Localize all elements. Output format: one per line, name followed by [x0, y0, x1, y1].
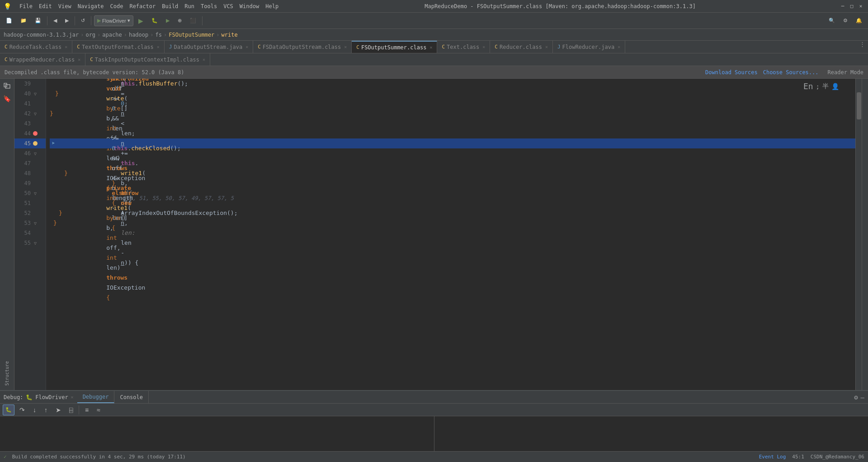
new-file-button[interactable]: 📄 [3, 15, 15, 26]
tab-label-text: Text.class [447, 44, 479, 50]
close-reducetask[interactable]: ✕ [65, 44, 67, 49]
titlebar: 💡 File Edit View Navigate Code Refactor … [0, 0, 868, 13]
close-taskinputoutput[interactable]: ✕ [203, 57, 205, 62]
tab-textoutputformat[interactable]: C TextOutputFormat.class ✕ [72, 41, 165, 53]
breadcrumb-sep-5: › [164, 32, 167, 38]
close-debug-session-icon[interactable]: ✕ [71, 395, 74, 400]
decompile-links[interactable]: Download Sources Choose Sources... [705, 69, 818, 76]
structure-label[interactable]: Structure [4, 358, 10, 388]
run-to-cursor-button[interactable]: ➤ [52, 405, 64, 415]
close-wrappedreducer[interactable]: ✕ [78, 57, 80, 62]
main-editor-area: 39 40 ▽ 41 42 ▽ [14, 79, 862, 390]
threads-button[interactable]: ≈ [94, 405, 104, 415]
tab-label-taskinputoutput: TaskInputOutputContextImpl.class [95, 57, 199, 63]
breadcrumb-hadoop[interactable]: hadoop [129, 32, 148, 38]
open-button[interactable]: 📁 [17, 15, 30, 26]
sidebar-project-icon[interactable] [2, 81, 13, 91]
close-fsoutputsummer[interactable]: ✕ [429, 45, 432, 50]
update-button[interactable]: 🔔 [853, 15, 865, 26]
event-log-link[interactable]: Event Log [759, 454, 786, 460]
tab-fsdataoutputstream[interactable]: C FSDataOutputStream.class ✕ [253, 41, 352, 53]
frames-button[interactable]: ≡ [82, 405, 92, 415]
menu-tools[interactable]: Tools [198, 2, 220, 10]
debug-button[interactable]: 🐛 [148, 15, 161, 26]
profile-button[interactable]: ⊕ [175, 15, 185, 26]
menu-window[interactable]: Window [237, 2, 262, 10]
tab-taskinputoutput[interactable]: C TaskInputOutputContextImpl.class ✕ [85, 53, 210, 66]
coverage-button[interactable]: ▶ [163, 15, 173, 26]
breakpoint-44 [33, 131, 38, 136]
step-over-button[interactable]: ↷ [16, 405, 28, 415]
code-line-45: ➤ this.checkClosed(); [50, 138, 855, 148]
tab-icon-textoutputformat: C [77, 44, 80, 50]
back-button[interactable]: ◀ [50, 15, 60, 26]
close-flowreducer[interactable]: ✕ [618, 44, 620, 49]
tab-fsoutputsummer[interactable]: C FSOutputSummer.class ✕ [352, 41, 437, 53]
close-reducer[interactable]: ✕ [545, 44, 548, 49]
tab-icon-fsdataoutputstream: C [258, 44, 261, 50]
close-fsdataoutputstream[interactable]: ✕ [344, 44, 347, 49]
search-button[interactable]: 🔍 [826, 15, 838, 26]
stop-button[interactable]: ⬛ [187, 15, 199, 26]
tab-label-fsoutputsummer: FSOutputSummer.class [361, 44, 427, 51]
breadcrumb-method[interactable]: write [222, 32, 238, 38]
debug-close-icon[interactable]: — [861, 394, 864, 401]
tab-label-flowreducer: FlowReducer.java [562, 44, 615, 50]
run-button[interactable]: ▶ [135, 15, 146, 26]
sidebar-bookmarks-icon[interactable]: 🔖 [2, 93, 13, 104]
toolbar-separator-4 [202, 16, 203, 25]
breadcrumb-jar[interactable]: hadoop-common-3.1.3.jar [4, 32, 79, 38]
breadcrumb-apache[interactable]: apache [102, 32, 122, 38]
settings-button[interactable]: ⚙ [840, 15, 851, 26]
undo-button[interactable]: ↺ [78, 15, 88, 26]
tab-dataoutputstream[interactable]: J DataOutputStream.java ✕ [165, 41, 253, 53]
console-tab[interactable]: Console [114, 391, 149, 403]
debug-settings-icon[interactable]: ⚙ [854, 394, 858, 401]
debug-session-label[interactable]: FlowDriver [35, 394, 68, 400]
menu-code[interactable]: Code [108, 2, 126, 10]
menu-refactor[interactable]: Refactor [127, 2, 158, 10]
debugger-tab[interactable]: Debugger [77, 391, 115, 403]
forward-button[interactable]: ▶ [62, 15, 72, 26]
maximize-button[interactable]: □ [848, 3, 855, 10]
tab-reducer[interactable]: C Reducer.class ✕ [490, 41, 553, 53]
breadcrumb-fs[interactable]: fs [156, 32, 162, 38]
scrollbar-thumb[interactable] [857, 92, 861, 119]
tab-text[interactable]: C Text.class ✕ [437, 41, 490, 53]
download-sources-link[interactable]: Download Sources [705, 69, 758, 76]
menu-navigate[interactable]: Navigate [75, 2, 107, 10]
breadcrumb-org[interactable]: org [85, 32, 95, 38]
tab-flowreducer[interactable]: J FlowReducer.java ✕ [553, 41, 625, 53]
code-content[interactable]: this.flushBuffer(); } } [46, 79, 855, 390]
close-dataoutputstream[interactable]: ✕ [245, 44, 248, 49]
menu-file[interactable]: File [17, 2, 35, 10]
menu-bar[interactable]: File Edit View Navigate Code Refactor Bu… [17, 2, 281, 10]
tab-wrappedreducer[interactable]: C WrappedReducer.class ✕ [0, 53, 85, 66]
breadcrumb-class[interactable]: FSOutputSummer [169, 32, 214, 38]
editor-scrollbar[interactable] [855, 79, 862, 390]
menu-view[interactable]: View [56, 2, 74, 10]
menu-vcs[interactable]: VCS [221, 2, 236, 10]
show-debugger-button[interactable]: 🐛 [3, 405, 14, 415]
tab-reducetask[interactable]: C ReduceTask.class ✕ [0, 41, 72, 53]
menu-help[interactable]: Help [263, 2, 281, 10]
close-textoutputformat[interactable]: ✕ [157, 44, 160, 49]
close-button[interactable]: ✕ [857, 3, 864, 10]
debugger-frames-panel[interactable] [0, 416, 434, 451]
run-config-dropdown[interactable]: ▶ FlowDriver ▾ [94, 15, 133, 26]
debugger-variables-panel[interactable] [434, 416, 868, 451]
menu-build[interactable]: Build [159, 2, 181, 10]
menu-edit[interactable]: Edit [36, 2, 55, 10]
more-tabs-button[interactable]: ⋮ [857, 41, 868, 53]
menu-run[interactable]: Run [182, 2, 197, 10]
step-into-button[interactable]: ↓ [30, 405, 39, 415]
code-editor[interactable]: 39 40 ▽ 41 42 ▽ [14, 79, 862, 390]
minimize-button[interactable]: ─ [839, 3, 846, 10]
close-text[interactable]: ✕ [482, 44, 485, 49]
window-controls[interactable]: ─ □ ✕ [839, 3, 864, 10]
choose-sources-link[interactable]: Choose Sources... [763, 69, 819, 76]
save-button[interactable]: 💾 [32, 15, 44, 26]
reader-mode-link[interactable]: Reader Mode [828, 69, 863, 76]
evaluate-button[interactable]: ⌸ [66, 405, 76, 415]
step-out-button[interactable]: ↑ [41, 405, 51, 415]
